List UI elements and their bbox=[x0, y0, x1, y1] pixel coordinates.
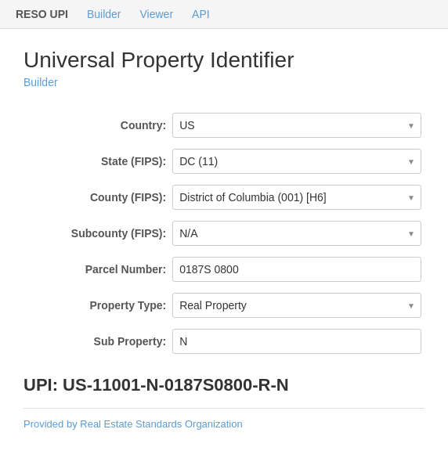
parcel-input[interactable] bbox=[172, 257, 421, 282]
nav-api-link[interactable]: API bbox=[192, 8, 210, 20]
parcel-row: Parcel Number: bbox=[23, 251, 425, 287]
sub-property-input bbox=[172, 329, 421, 354]
country-field-wrap: US bbox=[169, 107, 425, 143]
page-subtitle: Builder bbox=[23, 76, 425, 88]
upi-form: Country: US State (FIPS): DC (11) bbox=[23, 107, 425, 359]
country-row: Country: US bbox=[23, 107, 425, 143]
divider bbox=[23, 408, 425, 409]
upi-result: UPI: US-11001-N-0187S0800-R-N bbox=[23, 375, 425, 395]
parcel-field-wrap bbox=[169, 251, 425, 287]
footer-text: Provided by Real Estate Standards Organi… bbox=[23, 418, 425, 430]
navbar: RESO UPI Builder Viewer API bbox=[0, 0, 448, 29]
state-label: State (FIPS): bbox=[23, 143, 169, 179]
sub-property-label: Sub Property: bbox=[23, 323, 169, 359]
property-type-field-wrap: Real Property bbox=[169, 287, 425, 323]
county-label: County (FIPS): bbox=[23, 179, 169, 215]
parcel-label: Parcel Number: bbox=[23, 251, 169, 287]
county-field-wrap: District of Columbia (001) [H6] bbox=[169, 179, 425, 215]
subcounty-select[interactable]: N/A bbox=[172, 221, 421, 246]
county-select[interactable]: District of Columbia (001) [H6] bbox=[172, 185, 421, 210]
main-content: Universal Property Identifier Builder Co… bbox=[0, 29, 448, 445]
country-select[interactable]: US bbox=[172, 113, 421, 138]
country-select-wrapper: US bbox=[172, 113, 421, 138]
state-field-wrap: DC (11) bbox=[169, 143, 425, 179]
state-select-wrapper: DC (11) bbox=[172, 149, 421, 174]
sub-property-field-wrap bbox=[169, 323, 425, 359]
country-label: Country: bbox=[23, 107, 169, 143]
property-type-select-wrapper: Real Property bbox=[172, 293, 421, 318]
state-row: State (FIPS): DC (11) bbox=[23, 143, 425, 179]
subcounty-label: Subcounty (FIPS): bbox=[23, 215, 169, 251]
property-type-select[interactable]: Real Property bbox=[172, 293, 421, 318]
nav-builder-link[interactable]: Builder bbox=[87, 8, 121, 20]
county-select-wrapper: District of Columbia (001) [H6] bbox=[172, 185, 421, 210]
property-type-label: Property Type: bbox=[23, 287, 169, 323]
property-type-row: Property Type: Real Property bbox=[23, 287, 425, 323]
state-select[interactable]: DC (11) bbox=[172, 149, 421, 174]
subcounty-field-wrap: N/A bbox=[169, 215, 425, 251]
subcounty-row: Subcounty (FIPS): N/A bbox=[23, 215, 425, 251]
navbar-brand: RESO UPI bbox=[16, 8, 68, 20]
nav-viewer-link[interactable]: Viewer bbox=[140, 8, 174, 20]
subcounty-select-wrapper: N/A bbox=[172, 221, 421, 246]
sub-property-row: Sub Property: bbox=[23, 323, 425, 359]
page-title: Universal Property Identifier bbox=[23, 48, 425, 73]
county-row: County (FIPS): District of Columbia (001… bbox=[23, 179, 425, 215]
